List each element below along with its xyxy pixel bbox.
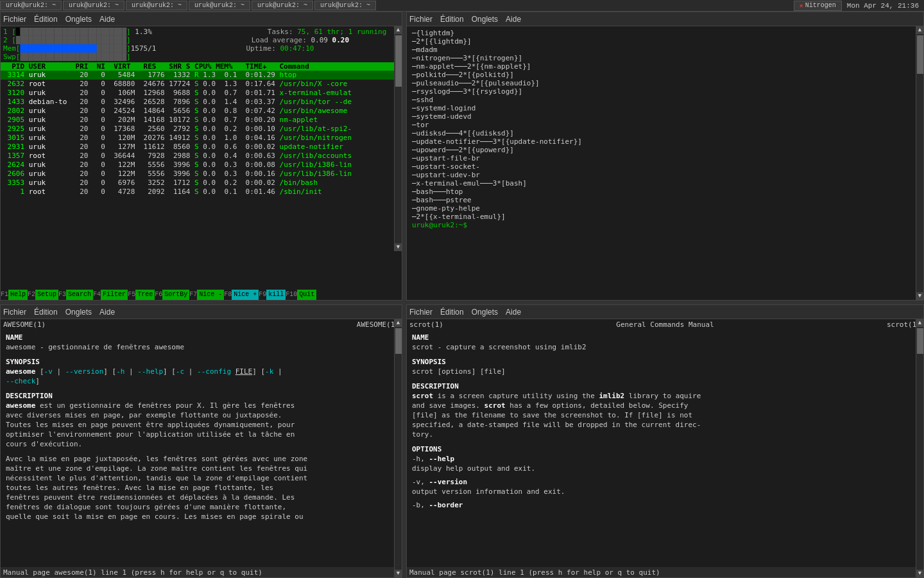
pstree-output: ─{lightdm} ─2*[{lightdm}] ─mdadm ─nitrog… xyxy=(407,26,923,290)
scrot-scrollbar-down[interactable]: ▼ xyxy=(916,570,923,577)
menu-aide-htop[interactable]: Aide xyxy=(99,15,115,24)
pstree-scrollbar-down[interactable]: ▼ xyxy=(916,292,923,300)
man-scrot-titlebar: scrot(1) General Commands Manual scrot(1… xyxy=(407,319,923,330)
scrot-synopsis-section: SYNOPSIS xyxy=(412,358,446,366)
menu-aide-scrot[interactable]: Aide xyxy=(506,308,521,317)
htop-process-row: 2632 root 20 0 68880 24676 17724 S 0.0 1… xyxy=(1,80,402,89)
taskbar-tab-4[interactable]: uruk@uruk2: ~ xyxy=(189,1,250,10)
fkey-quit[interactable]: Quit xyxy=(297,290,316,300)
clock: Mon Apr 24, 21:36 xyxy=(847,2,919,10)
fkey-help[interactable]: Help xyxy=(8,290,28,300)
scrollbar-up[interactable]: ▲ xyxy=(395,26,402,34)
pstree-line: ─pulseaudio───2*[{pulseaudio}] xyxy=(412,79,918,87)
menu-fichier-scrot[interactable]: Fichier xyxy=(409,308,432,317)
fkey-sortby[interactable]: SortBy xyxy=(162,290,189,300)
pane-man-scrot: Fichier Édition Onglets Aide scrot(1) Ge… xyxy=(406,304,924,578)
pane-htop: Fichier Édition Onglets Aide 1 [████████… xyxy=(0,12,402,301)
taskbar-tab-2[interactable]: uruk@uruk2: ~ xyxy=(63,1,124,10)
nitrogen-icon: ✕ xyxy=(800,2,803,10)
scrot-scrollbar[interactable]: ▲ ▼ xyxy=(916,319,923,577)
pstree-line: ─nitrogen───3*[{nitrogen}] xyxy=(412,54,918,62)
scrollbar-thumb[interactable] xyxy=(395,35,402,87)
menu-aide-pstree[interactable]: Aide xyxy=(506,15,521,24)
fkey-tree[interactable]: Tree xyxy=(135,290,155,300)
scrot-desc-1: scrot is a screen capture utility using … xyxy=(412,391,918,401)
taskbar-tab-1[interactable]: uruk@uruk2: ~ xyxy=(0,1,62,10)
pstree-line: ─tor xyxy=(412,121,918,129)
menubar-scrot: Fichier Édition Onglets Aide xyxy=(407,305,923,319)
htop-process-row: 2624 uruk 20 0 122M 5556 3996 S 0.0 0.3 … xyxy=(1,161,402,170)
scrot-options-section: OPTIONS xyxy=(412,445,441,453)
fkey-setup[interactable]: Setup xyxy=(35,290,58,300)
scrot-scrollbar-thumb[interactable] xyxy=(917,328,923,354)
pstree-scrollbar-up[interactable]: ▲ xyxy=(916,26,923,34)
desc-para2-2: maître et une zone d'empilage. La zone m… xyxy=(6,464,397,473)
htop-column-headers: PID USER PRI NI VIRT RES SHR S CPU% MEM%… xyxy=(1,62,402,71)
htop-scrollbar[interactable]: ▲ ▼ xyxy=(394,26,402,251)
fkey-nice-plus[interactable]: Nice + xyxy=(232,290,259,300)
pstree-line: ─upstart-socket- xyxy=(412,162,918,171)
menu-edition-htop[interactable]: Édition xyxy=(34,15,58,24)
awesome-scrollbar-down[interactable]: ▼ xyxy=(395,570,402,577)
pstree-line: ─upowerd───2*[{upowerd}] xyxy=(412,146,918,154)
pane-pstree: Fichier Édition Onglets Aide ─{lightdm} … xyxy=(406,12,924,301)
htop-process-row: 3015 uruk 20 0 120M 20276 14912 S 0.0 1.… xyxy=(1,134,402,143)
menu-edition-pstree[interactable]: Édition xyxy=(440,15,464,24)
scrot-opt-2-desc: output version information and exit. xyxy=(412,487,918,496)
nitrogen-label: Nitrogen xyxy=(805,2,836,9)
taskbar: uruk@uruk2: ~ uruk@uruk2: ~ uruk@uruk2: … xyxy=(0,0,924,12)
pstree-line: ─upstart-udev-br xyxy=(412,171,918,179)
menu-aide-awesome[interactable]: Aide xyxy=(99,308,115,317)
desc-para2-3: nécessitent le plus d'attention, tandis … xyxy=(6,473,397,483)
pstree-line: ─systemd-udevd xyxy=(412,112,918,121)
awesome-scrollbar[interactable]: ▲ ▼ xyxy=(394,319,402,577)
man-scrot-status: Manual page scrot(1) line 1 (press h for… xyxy=(407,567,923,577)
pstree-scrollbar[interactable]: ▲ ▼ xyxy=(916,26,923,300)
menu-onglets-scrot[interactable]: Onglets xyxy=(472,308,498,317)
htop-process-row: 3120 uruk 20 0 106M 12968 9688 S 0.0 0.7… xyxy=(1,89,402,98)
menu-edition-scrot[interactable]: Édition xyxy=(440,308,464,317)
pstree-line: ─mdadm xyxy=(412,46,918,54)
awesome-scrollbar-up[interactable]: ▲ xyxy=(395,319,402,327)
scrot-scrollbar-up[interactable]: ▲ xyxy=(916,319,923,327)
pstree-line: ─x-terminal-emul───3*[bash] xyxy=(412,179,918,188)
menu-fichier-htop[interactable]: Fichier xyxy=(3,15,26,24)
desc-text: awesome est un gestionnaire de fenêtres … xyxy=(6,401,397,410)
htop-process-row: 1357 root 20 0 36644 7928 2988 S 0.0 0.4… xyxy=(1,152,402,161)
fkey-kill[interactable]: kill xyxy=(266,290,286,300)
man-awesome-content: NAME awesome - gestionnaire de fenêtres … xyxy=(1,330,402,563)
desc-para2-4: toutes les autres fenêtres. Avec la mise… xyxy=(6,483,397,493)
htop-process-row: 3314 uruk 20 0 5484 1776 1332 R 1.3 0.1 … xyxy=(1,71,402,80)
man-awesome-title-right: AWESOME(1) xyxy=(357,320,399,329)
awesome-scrollbar-thumb[interactable] xyxy=(395,328,402,354)
htop-process-list: 3314 uruk 20 0 5484 1776 1332 R 1.3 0.1 … xyxy=(1,71,402,197)
scrollbar-down[interactable]: ▼ xyxy=(395,243,402,251)
synopsis-section: SYNOPSIS xyxy=(6,358,40,366)
menubar-htop: Fichier Édition Onglets Aide xyxy=(1,12,402,26)
pstree-line: ─bash───htop xyxy=(412,188,918,196)
fkey-search[interactable]: Search xyxy=(66,290,93,300)
desc-para2-5: fenêtres peuvent être redimensionnées et… xyxy=(6,493,397,502)
menu-fichier-pstree[interactable]: Fichier xyxy=(409,15,432,24)
menu-onglets-awesome[interactable]: Onglets xyxy=(65,308,92,317)
scrot-description-section: DESCRIPTION xyxy=(412,382,459,390)
nitrogen-button[interactable]: ✕ Nitrogen xyxy=(794,1,842,11)
menu-fichier-awesome[interactable]: Fichier xyxy=(3,308,26,317)
menu-onglets-htop[interactable]: Onglets xyxy=(65,15,92,24)
taskbar-tab-3[interactable]: uruk@uruk2: ~ xyxy=(126,1,187,10)
man-scrot-title-left: scrot(1) xyxy=(409,320,443,329)
menu-onglets-pstree[interactable]: Onglets xyxy=(472,15,498,24)
taskbar-tab-6[interactable]: uruk@uruk2: ~ xyxy=(314,1,376,10)
pstree-scrollbar-thumb[interactable] xyxy=(917,35,923,74)
menu-edition-awesome[interactable]: Édition xyxy=(34,308,58,317)
fkey-nice-minus[interactable]: Nice - xyxy=(197,290,224,300)
desc-text-4: optimiser l'environnement pour l'applica… xyxy=(6,430,397,439)
fkey-filter[interactable]: Filter xyxy=(101,290,128,300)
taskbar-tab-5[interactable]: uruk@uruk2: ~ xyxy=(252,1,313,10)
pstree-line: ─bash───pstree xyxy=(412,196,918,204)
desc-text-2: avec diverses mises en page, par exemple… xyxy=(6,410,397,420)
scrot-opt-1-desc: display help output and exit. xyxy=(412,464,918,473)
scrot-name-section: NAME xyxy=(412,333,429,342)
description-section: DESCRIPTION xyxy=(6,392,53,400)
pstree-line: ─{lightdm} xyxy=(412,29,918,37)
